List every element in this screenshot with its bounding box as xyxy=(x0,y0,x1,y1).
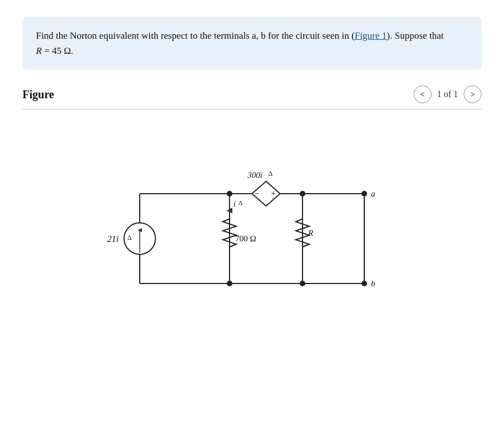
figure-link[interactable]: Figure 1 xyxy=(355,30,387,41)
figure-title: Figure xyxy=(22,88,54,101)
problem-equation: R = 45 Ω. xyxy=(36,45,74,56)
svg-text:Δ: Δ xyxy=(268,170,273,177)
svg-text:300i: 300i xyxy=(247,171,263,180)
svg-text:Δ: Δ xyxy=(239,199,242,206)
circuit-diagram: 21i Δ − + 300i Δ 700 Ω xyxy=(95,132,409,314)
figure-content: 21i Δ − + 300i Δ 700 Ω xyxy=(22,121,482,336)
svg-point-23 xyxy=(300,281,305,286)
svg-text:−: − xyxy=(255,189,259,198)
svg-text:21i: 21i xyxy=(107,234,118,244)
svg-point-24 xyxy=(361,191,367,196)
figure-header: Figure < 1 of 1 > xyxy=(22,85,482,109)
prev-button[interactable]: < xyxy=(414,85,432,103)
figure-nav: < 1 of 1 > xyxy=(414,85,482,103)
svg-point-22 xyxy=(227,281,232,286)
svg-text:b: b xyxy=(371,279,375,288)
page-indicator: 1 of 1 xyxy=(437,89,458,99)
svg-text:R: R xyxy=(308,228,313,237)
svg-text:+: + xyxy=(271,189,276,198)
figure-section: Figure < 1 of 1 > xyxy=(22,85,482,336)
problem-box: Find the Norton equivalent with respect … xyxy=(22,17,482,70)
problem-text-2: ). Suppose that xyxy=(387,30,444,41)
svg-point-21 xyxy=(300,191,305,196)
circuit-svg: 21i Δ − + 300i Δ 700 Ω xyxy=(95,132,409,312)
svg-text:Δ: Δ xyxy=(127,234,132,241)
next-button[interactable]: > xyxy=(464,85,482,103)
svg-point-20 xyxy=(227,191,232,196)
svg-text:a: a xyxy=(371,189,375,198)
svg-text:i: i xyxy=(233,200,236,208)
svg-text:700 Ω: 700 Ω xyxy=(235,234,256,243)
problem-text-1: Find the Norton equivalent with respect … xyxy=(36,30,355,41)
svg-point-26 xyxy=(361,281,367,286)
